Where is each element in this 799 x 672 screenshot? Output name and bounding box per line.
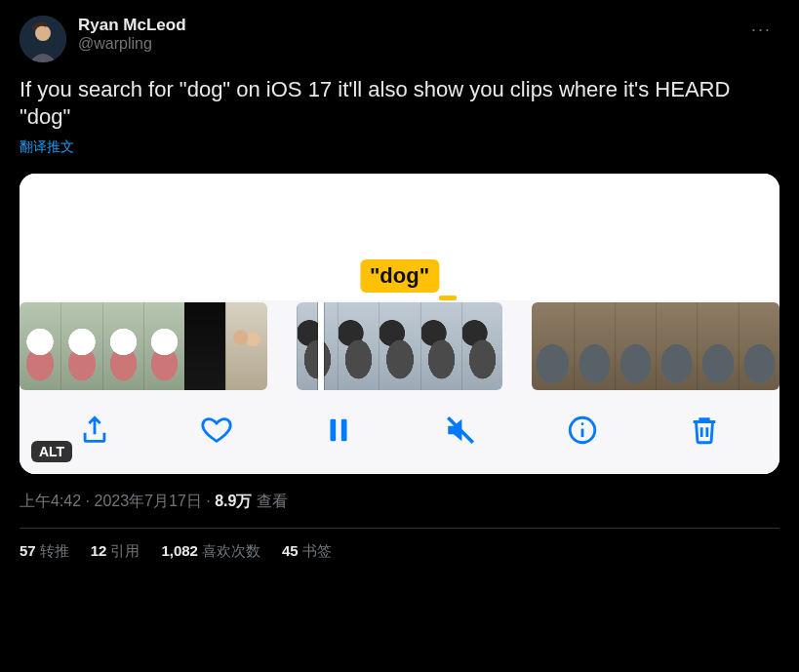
meta-sep: ·	[81, 493, 94, 509]
likes-label: 喜欢次数	[202, 542, 260, 559]
tweet-header: Ryan McLeod @warpling ···	[20, 16, 779, 62]
svg-rect-2	[330, 419, 336, 442]
timeline-frame	[379, 302, 419, 390]
divider	[20, 528, 779, 529]
mute-icon[interactable]	[444, 414, 477, 447]
more-icon[interactable]: ···	[743, 16, 779, 44]
timeline-frame	[143, 302, 184, 390]
timeline-frame	[697, 302, 738, 390]
media-caption-area: "dog"	[20, 174, 779, 300]
timeline-frame	[184, 302, 225, 390]
timeline-frame	[420, 302, 461, 390]
timeline-frame	[60, 302, 101, 390]
alt-badge[interactable]: ALT	[31, 441, 72, 462]
user-block: Ryan McLeod @warpling	[78, 16, 743, 53]
timeline-frame	[656, 302, 697, 390]
timeline-frame	[338, 302, 379, 390]
retweets-label: 转推	[40, 542, 69, 559]
likes-count: 1,082	[161, 542, 198, 559]
bookmarks-count: 45	[282, 542, 299, 559]
trash-icon[interactable]	[688, 414, 721, 447]
clip-group-1[interactable]	[20, 302, 267, 390]
views-count: 8.9万	[215, 493, 252, 509]
timeline-frame	[739, 302, 779, 390]
info-icon[interactable]	[566, 414, 599, 447]
caption-tick	[439, 296, 457, 300]
tweet-meta: 上午4:42 · 2023年7月17日 · 8.9万 查看	[20, 492, 779, 512]
views-label: 查看	[252, 493, 287, 509]
pause-icon[interactable]	[322, 414, 355, 447]
timeline-frame	[615, 302, 656, 390]
quotes-stat[interactable]: 12引用	[91, 542, 140, 561]
video-timeline[interactable]	[20, 300, 779, 396]
timeline-frame	[574, 302, 615, 390]
timeline-frame	[102, 302, 143, 390]
heart-icon[interactable]	[200, 414, 233, 447]
timeline-frame	[297, 302, 338, 390]
clip-group-2[interactable]	[297, 302, 502, 390]
tweet-stats: 57转推 12引用 1,082喜欢次数 45书签	[20, 542, 779, 561]
caption-bubble: "dog"	[360, 259, 439, 293]
playhead[interactable]	[318, 302, 324, 390]
bookmarks-label: 书签	[302, 542, 332, 559]
media-card[interactable]: "dog"	[20, 174, 779, 474]
media-controls	[20, 396, 779, 474]
meta-sep: ·	[202, 493, 215, 509]
translate-link[interactable]: 翻译推文	[20, 138, 779, 156]
tweet-container: Ryan McLeod @warpling ··· If you search …	[0, 0, 799, 576]
quotes-count: 12	[91, 542, 107, 559]
likes-stat[interactable]: 1,082喜欢次数	[161, 542, 260, 561]
user-handle[interactable]: @warpling	[78, 35, 743, 53]
timeline-frame	[20, 302, 60, 390]
tweet-text: If you search for "dog" on iOS 17 it'll …	[20, 76, 779, 131]
avatar[interactable]	[20, 16, 66, 62]
tweet-date[interactable]: 2023年7月17日	[94, 493, 201, 509]
timeline-frame	[461, 302, 502, 390]
tweet-time[interactable]: 上午4:42	[20, 493, 81, 509]
retweets-stat[interactable]: 57转推	[20, 542, 69, 561]
display-name[interactable]: Ryan McLeod	[78, 16, 743, 35]
clip-group-3[interactable]	[532, 302, 779, 390]
bookmarks-stat[interactable]: 45书签	[282, 542, 332, 561]
retweets-count: 57	[20, 542, 36, 559]
svg-point-7	[581, 422, 584, 425]
svg-point-1	[35, 25, 51, 41]
quotes-label: 引用	[110, 542, 140, 559]
svg-rect-3	[341, 419, 347, 442]
share-icon[interactable]	[78, 414, 111, 447]
timeline-frame	[225, 302, 266, 390]
timeline-frame	[532, 302, 573, 390]
